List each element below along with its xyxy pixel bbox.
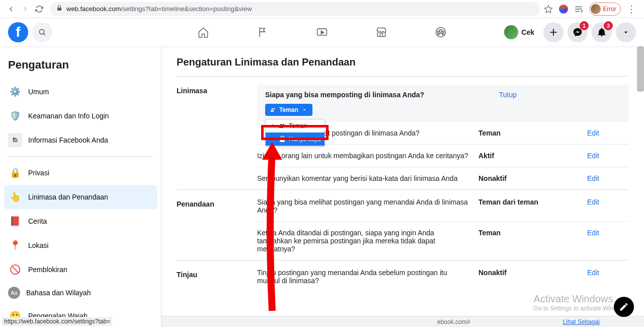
sidebar-item-stories[interactable]: 📕Cerita	[4, 209, 157, 233]
sidebar-item-language[interactable]: AaBahasa dan Wilayah	[4, 282, 157, 304]
book-icon: 📕	[8, 214, 22, 228]
divider	[8, 156, 153, 157]
browser-menu-button[interactable]: ⋮	[627, 4, 636, 15]
setting-value: Teman	[478, 129, 569, 137]
language-icon: Aa	[8, 287, 20, 299]
friends-icon	[270, 107, 276, 113]
status-bar-url: https://web.facebook.com/settings?tab=	[2, 317, 112, 326]
url-domain: web.facebook.com	[66, 5, 121, 13]
friends-icon	[279, 122, 286, 129]
profile-name: Cek	[521, 28, 534, 36]
lock-icon	[56, 5, 62, 13]
sidebar-item-location[interactable]: 📍Lokasi	[4, 233, 157, 257]
compose-icon	[619, 302, 629, 312]
scrollbar[interactable]	[637, 46, 644, 92]
setting-question: Ketika Anda ditandai di postingan, siapa…	[257, 229, 478, 253]
lock-icon: 🔒	[8, 166, 22, 180]
edit-link[interactable]: Edit	[587, 269, 599, 277]
nav-marketplace[interactable]	[354, 18, 409, 46]
create-button[interactable]	[543, 22, 564, 42]
setting-value: Aktif	[478, 152, 569, 160]
audience-dropdown-menu: ✓ Teman Hanya saya	[265, 119, 325, 146]
sidebar-item-privacy[interactable]: 🔒Privasi	[4, 161, 157, 185]
pin-icon: 📍	[8, 238, 22, 252]
section-label: Linimasa	[177, 85, 257, 189]
nav-watch[interactable]	[294, 18, 350, 46]
setting-value: Nonaktif	[478, 174, 569, 182]
sidebar-title: Pengaturan	[4, 54, 157, 76]
avatar-icon	[504, 25, 518, 39]
edit-link[interactable]: Edit	[587, 198, 599, 206]
forward-button[interactable]	[18, 2, 32, 16]
setting-question: Sembunyikan komentar yang berisi kata-ka…	[257, 174, 478, 182]
svg-point-3	[439, 30, 442, 32]
setting-question: Siapa yang bisa melihat postingan yang m…	[257, 198, 478, 214]
setting-row-expanded: Siapa yang bisa memposting di linimasa A…	[257, 85, 629, 122]
setting-question: Izinkan orang lain untuk membagikan post…	[257, 152, 478, 160]
setting-value: Teman	[478, 229, 569, 237]
setting-question: Siapa yang bisa memposting di linimasa A…	[265, 91, 487, 99]
page-title: Pengaturan Linimasa dan Penandaan	[177, 56, 629, 68]
nav-pages[interactable]	[235, 18, 290, 46]
lock-icon	[279, 136, 286, 143]
view-as-link[interactable]: Lihat Sebagai	[563, 318, 600, 325]
browser-toolbar: web.facebook.com/settings?tab=timeline&s…	[0, 0, 644, 18]
svg-point-5	[442, 31, 444, 32]
avatar-icon	[591, 4, 601, 14]
dropdown-option-friends[interactable]: ✓ Teman	[266, 119, 325, 133]
search-button[interactable]	[32, 22, 52, 42]
settings-sidebar: Pengaturan ⚙️Umum 🛡️Keamanan dan Info Lo…	[0, 46, 161, 327]
audience-dropdown-button[interactable]: Teman	[265, 104, 312, 116]
new-message-fab[interactable]	[614, 297, 634, 317]
messenger-button[interactable]: 1	[568, 22, 588, 42]
sidebar-item-security[interactable]: 🛡️Keamanan dan Info Login	[4, 104, 157, 128]
sidebar-item-timeline-tagging[interactable]: 👆Linimasa dan Penandaan	[4, 185, 157, 209]
setting-row[interactable]: Tinjau postingan yang menandai Anda sebe…	[257, 269, 629, 292]
setting-value: Nonaktif	[478, 269, 569, 277]
address-bar[interactable]: web.facebook.com/settings?tab=timeline&s…	[50, 2, 540, 16]
profile-link[interactable]: Cek	[502, 23, 539, 41]
facebook-logo[interactable]: f	[8, 22, 28, 42]
setting-row[interactable]: Izinkan orang lain untuk membagikan post…	[257, 145, 629, 167]
nav-groups[interactable]	[413, 18, 468, 46]
extension-icon[interactable]	[559, 5, 568, 14]
back-button[interactable]	[4, 2, 18, 16]
pointer-icon: 👆	[8, 190, 22, 204]
sidebar-item-general[interactable]: ⚙️Umum	[4, 80, 157, 104]
edit-link[interactable]: Edit	[587, 174, 599, 182]
url-path: /settings?tab=timeline&section=posting&v…	[121, 5, 252, 13]
check-icon: ✓	[270, 122, 276, 129]
sidebar-item-blocking[interactable]: 🚫Pemblokiran	[4, 257, 157, 282]
footer-bar: ebook.com# Lihat Sebagai	[162, 316, 644, 327]
section-tagging: Penandaan Siapa yang bisa melihat postin…	[177, 189, 629, 260]
nav-home[interactable]	[176, 18, 231, 46]
shield-icon: 🛡️	[8, 109, 22, 123]
section-label: Penandaan	[177, 198, 257, 260]
section-timeline: Linimasa Siapa yang bisa memposting di l…	[177, 76, 629, 189]
setting-row[interactable]: Siapa yang bisa melihat postingan yang m…	[257, 198, 629, 222]
block-icon: 🚫	[8, 263, 22, 277]
edit-link[interactable]: Edit	[587, 152, 599, 160]
browser-profile-button[interactable]: Error	[589, 3, 621, 16]
edit-link[interactable]: Edit	[587, 129, 599, 137]
footer-domain: ebook.com#	[437, 318, 470, 325]
section-review: Tinjau Tinjau postingan yang menandai An…	[177, 260, 629, 292]
sidebar-item-fb-info[interactable]: fbInformasi Facebook Anda	[4, 128, 157, 152]
notifications-button[interactable]: 3	[592, 22, 612, 42]
dropdown-option-only-me[interactable]: Hanya saya	[266, 133, 325, 146]
edit-link[interactable]: Edit	[587, 229, 599, 237]
svg-point-0	[39, 29, 44, 34]
facebook-header: f Cek 1 3	[0, 18, 644, 46]
account-menu-button[interactable]	[616, 22, 636, 42]
close-link[interactable]: Tutup	[499, 91, 517, 99]
setting-row[interactable]: Ketika Anda ditandai di postingan, siapa…	[257, 222, 629, 260]
setting-row[interactable]: Sembunyikan komentar yang berisi kata-ka…	[257, 167, 629, 189]
setting-value: Teman dari teman	[478, 198, 569, 206]
reload-button[interactable]	[32, 2, 46, 16]
reading-list-icon[interactable]	[574, 5, 583, 14]
section-label: Tinjau	[177, 269, 257, 292]
messenger-badge: 1	[580, 21, 589, 30]
profile-error-label: Error	[603, 6, 616, 13]
setting-question: Tinjau postingan yang menandai Anda sebe…	[257, 269, 478, 285]
bookmark-star-icon[interactable]	[544, 5, 553, 14]
